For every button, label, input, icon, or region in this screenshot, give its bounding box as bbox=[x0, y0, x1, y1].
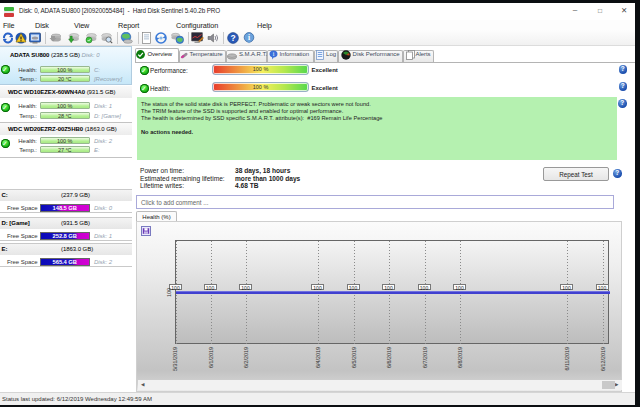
svg-text:i: i bbox=[248, 33, 250, 42]
svg-text:?: ? bbox=[230, 32, 235, 42]
